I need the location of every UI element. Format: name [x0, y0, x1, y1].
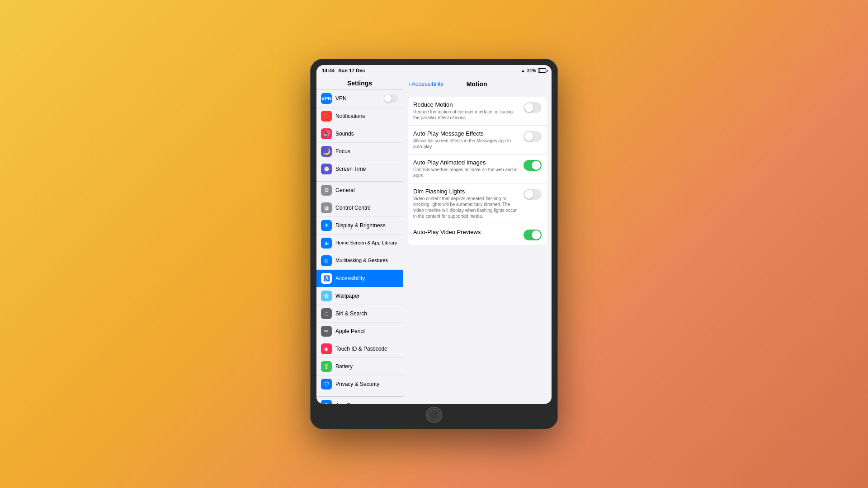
- focus-label: Focus: [335, 148, 350, 155]
- home-button-inner: [429, 409, 439, 420]
- accessibility-icon: ♿: [321, 273, 332, 284]
- notifications-icon: 🔴: [321, 111, 332, 122]
- display-brightness-icon: ☀: [321, 220, 332, 231]
- sounds-label: Sounds: [335, 131, 354, 137]
- reduce-motion-info: Reduce Motion Reduce the motion of the u…: [413, 101, 524, 121]
- reduce-motion-toggle[interactable]: [524, 102, 542, 113]
- general-icon: ⚙: [321, 185, 332, 196]
- auto-play-message-effects-title: Auto-Play Message Effects: [413, 130, 520, 137]
- dim-flashing-lights-toggle[interactable]: [524, 189, 542, 200]
- vpn-icon: VPN: [321, 93, 332, 104]
- auto-play-video-previews-info: Auto-Play Video Previews: [413, 229, 524, 236]
- privacy-security-label: Privacy & Security: [335, 381, 379, 387]
- reduce-motion-row: Reduce Motion Reduce the motion of the u…: [408, 97, 547, 126]
- auto-play-animated-images-info: Auto-Play Animated Images Controls wheth…: [413, 159, 524, 178]
- auto-play-message-effects-desc: Allows full-screen effects in the Messag…: [413, 138, 520, 150]
- wallpaper-icon: ✿: [321, 291, 332, 301]
- right-header: ‹ Accessibility Motion: [403, 76, 552, 92]
- auto-play-video-previews-toggle[interactable]: [524, 230, 542, 240]
- focus-icon: 🌙: [321, 146, 332, 157]
- siri-search-icon: ◌: [321, 308, 332, 319]
- back-chevron-icon: ‹: [409, 80, 410, 87]
- status-date: Sun 17 Dec: [338, 68, 365, 73]
- control-centre-label: Control Centre: [335, 205, 371, 211]
- auto-play-animated-images-desc: Controls whether images animate on the w…: [413, 167, 520, 178]
- sidebar-item-siri-search[interactable]: ◌ Siri & Search: [316, 305, 403, 323]
- auto-play-animated-images-title: Auto-Play Animated Images: [413, 159, 520, 166]
- auto-play-message-effects-info: Auto-Play Message Effects Allows full-sc…: [413, 130, 524, 150]
- sidebar-title: Settings: [316, 76, 403, 90]
- sidebar-item-screen-time[interactable]: ⌚ Screen Time: [316, 160, 403, 178]
- multitasking-icon: ⧉: [321, 255, 332, 266]
- screen-time-icon: ⌚: [321, 164, 332, 174]
- sidebar: Settings VPN VPN 🔴 Notifications 🔊: [316, 76, 403, 404]
- dim-flashing-lights-desc: Video content that depicts repeated flas…: [413, 196, 520, 219]
- sidebar-item-app-store[interactable]: A App Store: [316, 397, 403, 404]
- sounds-icon: 🔊: [321, 128, 332, 139]
- sidebar-item-display-brightness[interactable]: ☀ Display & Brightness: [316, 217, 403, 235]
- ipad-outer: 14:44 Sun 17 Dec ▲ 21% Settings VPN VPN: [310, 59, 558, 429]
- reduce-motion-title: Reduce Motion: [413, 101, 520, 108]
- control-centre-icon: ▦: [321, 202, 332, 213]
- dim-flashing-lights-title: Dim Flashing Lights: [413, 188, 520, 195]
- dim-flashing-lights-info: Dim Flashing Lights Video content that d…: [413, 188, 524, 219]
- apple-pencil-label: Apple Pencil: [335, 328, 366, 334]
- home-button[interactable]: [426, 407, 442, 423]
- sidebar-item-control-centre[interactable]: ▦ Control Centre: [316, 199, 403, 217]
- home-screen-label: Home Screen & App Library: [335, 240, 397, 246]
- battery-label: Battery: [335, 363, 353, 370]
- multitasking-label: Multitasking & Gestures: [335, 258, 388, 263]
- home-screen-icon: ⊞: [321, 238, 332, 249]
- wifi-icon: ▲: [521, 68, 525, 73]
- vpn-label: VPN: [335, 95, 347, 102]
- sidebar-item-accessibility[interactable]: ♿ Accessibility: [316, 270, 403, 287]
- sidebar-item-vpn[interactable]: VPN VPN: [316, 90, 403, 108]
- status-bar: 14:44 Sun 17 Dec ▲ 21%: [316, 65, 552, 76]
- sidebar-item-multitasking[interactable]: ⧉ Multitasking & Gestures: [316, 252, 403, 270]
- sidebar-item-notifications[interactable]: 🔴 Notifications: [316, 108, 403, 125]
- privacy-security-icon: 🛡: [321, 379, 332, 389]
- ipad-screen: 14:44 Sun 17 Dec ▲ 21% Settings VPN VPN: [316, 65, 552, 404]
- touch-id-icon: ◉: [321, 343, 332, 354]
- auto-play-animated-images-toggle[interactable]: [524, 160, 542, 171]
- auto-play-video-previews-row: Auto-Play Video Previews: [408, 224, 547, 245]
- status-time: 14:44: [322, 68, 335, 73]
- battery-sidebar-icon: 🔋: [321, 361, 332, 372]
- right-panel-title: Motion: [445, 80, 508, 88]
- main-content: Settings VPN VPN 🔴 Notifications 🔊: [316, 76, 552, 404]
- general-label: General: [335, 187, 355, 193]
- back-button[interactable]: ‹ Accessibility: [409, 80, 443, 87]
- battery-icon: [538, 68, 546, 73]
- apple-pencil-icon: ✏: [321, 326, 332, 337]
- sidebar-item-general[interactable]: ⚙ General: [316, 182, 403, 199]
- back-label: Accessibility: [411, 80, 443, 87]
- auto-play-video-previews-title: Auto-Play Video Previews: [413, 229, 520, 235]
- auto-play-message-effects-row: Auto-Play Message Effects Allows full-sc…: [408, 126, 547, 155]
- app-store-label: App Store: [335, 402, 359, 404]
- sidebar-item-sounds[interactable]: 🔊 Sounds: [316, 125, 403, 143]
- battery-percent: 21%: [527, 68, 536, 73]
- dim-flashing-lights-row: Dim Flashing Lights Video content that d…: [408, 183, 547, 224]
- auto-play-message-effects-toggle[interactable]: [524, 131, 542, 142]
- vpn-toggle[interactable]: [384, 94, 398, 103]
- sidebar-item-battery[interactable]: 🔋 Battery: [316, 358, 403, 375]
- sidebar-item-home-screen[interactable]: ⊞ Home Screen & App Library: [316, 235, 403, 252]
- touch-id-label: Touch ID & Passcode: [335, 346, 387, 352]
- motion-settings-group: Reduce Motion Reduce the motion of the u…: [408, 97, 547, 245]
- status-right: ▲ 21%: [521, 68, 546, 73]
- auto-play-animated-images-row: Auto-Play Animated Images Controls wheth…: [408, 155, 547, 183]
- display-brightness-label: Display & Brightness: [335, 222, 386, 229]
- sidebar-item-apple-pencil[interactable]: ✏ Apple Pencil: [316, 323, 403, 340]
- sidebar-item-wallpaper[interactable]: ✿ Wallpaper: [316, 287, 403, 305]
- wallpaper-label: Wallpaper: [335, 293, 360, 299]
- screen-time-label: Screen Time: [335, 166, 366, 172]
- app-store-icon: A: [321, 400, 332, 404]
- sidebar-item-privacy-security[interactable]: 🛡 Privacy & Security: [316, 375, 403, 393]
- notifications-label: Notifications: [335, 113, 365, 119]
- siri-search-label: Siri & Search: [335, 310, 367, 317]
- sidebar-item-focus[interactable]: 🌙 Focus: [316, 143, 403, 160]
- sidebar-item-touch-id[interactable]: ◉ Touch ID & Passcode: [316, 340, 403, 358]
- reduce-motion-desc: Reduce the motion of the user interface,…: [413, 109, 520, 121]
- right-panel: ‹ Accessibility Motion Reduce Motion Red…: [403, 76, 552, 404]
- accessibility-label: Accessibility: [335, 275, 365, 282]
